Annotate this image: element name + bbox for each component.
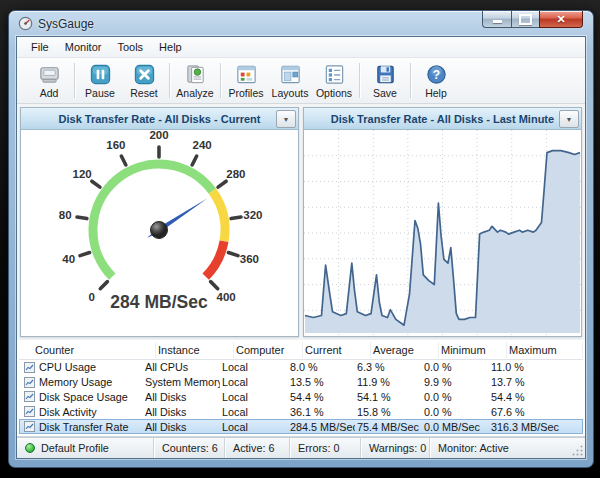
- chevron-down-icon: ▼: [283, 116, 290, 123]
- options-button[interactable]: Options: [312, 60, 356, 101]
- save-button[interactable]: Save: [363, 60, 407, 101]
- pause-button[interactable]: Pause: [78, 60, 122, 101]
- column-header-current[interactable]: Current: [303, 342, 371, 358]
- table-row[interactable]: Disk Space UsageAll DisksLocal54.4 %54.1…: [19, 390, 583, 405]
- column-header-instance[interactable]: Instance: [156, 342, 234, 358]
- counter-chart-icon: [19, 421, 37, 432]
- counter-chart-icon: [19, 391, 37, 402]
- monitor-active-icon: [25, 443, 35, 453]
- add-counter-icon: [38, 63, 61, 86]
- reset-button[interactable]: Reset: [122, 60, 166, 101]
- table-row[interactable]: Disk ActivityAll DisksLocal36.1 %15.8 %0…: [19, 404, 583, 419]
- svg-text:0: 0: [89, 291, 95, 303]
- gauge-panel-dropdown-button[interactable]: ▼: [276, 110, 296, 128]
- tool-label: Profiles: [228, 87, 263, 99]
- svg-text:120: 120: [73, 168, 92, 180]
- counter-chart-icon: [19, 362, 37, 373]
- table-row[interactable]: CPU UsageAll CPUsLocal8.0 %6.3 %0.0 %11.…: [19, 360, 583, 375]
- chart-panel-dropdown-button[interactable]: ▼: [559, 110, 579, 128]
- disk-transfer-history-chart: [304, 130, 581, 336]
- status-bar: Default Profile Counters: 6 Active: 6 Er…: [17, 437, 585, 458]
- chart-panel: Disk Transfer Rate - All Disks - Last Mi…: [303, 107, 582, 337]
- disk-transfer-gauge: 04080120160200240280320360400284 MB/Sec: [21, 130, 298, 336]
- close-button[interactable]: ✕: [539, 11, 583, 28]
- table-row[interactable]: Memory UsageSystem MemoryLocal13.5 %11.9…: [19, 375, 583, 390]
- toolbar-separator: [74, 63, 75, 98]
- menu-tools[interactable]: Tools: [109, 39, 151, 55]
- svg-text:?: ?: [432, 67, 439, 81]
- column-header-average[interactable]: Average: [371, 342, 439, 358]
- table-cell: 36.1 %: [288, 406, 355, 418]
- table-cell: 11.0 %: [489, 361, 583, 373]
- svg-text:240: 240: [193, 139, 212, 151]
- profiles-button[interactable]: Profiles: [224, 60, 268, 101]
- tool-label: Reset: [130, 87, 157, 99]
- table-cell: 13.7 %: [489, 376, 583, 388]
- status-profile-label: Default Profile: [41, 442, 109, 454]
- svg-text:284 MB/Sec: 284 MB/Sec: [110, 292, 208, 312]
- status-errors: Errors: 0: [290, 438, 361, 458]
- add-button[interactable]: Add: [27, 60, 71, 101]
- gauge-panel: Disk Transfer Rate - All Disks - Current…: [20, 107, 299, 337]
- desktop: { "window": { "title": "SysGauge", "capt…: [0, 0, 600, 478]
- table-cell: Memory Usage: [37, 376, 143, 388]
- profiles-icon: [235, 63, 258, 86]
- minimize-button[interactable]: [482, 11, 511, 28]
- menu-file[interactable]: File: [23, 39, 57, 55]
- column-header-counter[interactable]: Counter: [19, 342, 156, 358]
- table-cell: 13.5 %: [288, 376, 355, 388]
- table-cell: All Disks: [143, 391, 220, 403]
- chart-panel-title: Disk Transfer Rate - All Disks - Last Mi…: [331, 113, 554, 125]
- maximize-icon: [519, 14, 532, 25]
- layouts-button[interactable]: Layouts: [268, 60, 312, 101]
- svg-text:400: 400: [217, 291, 236, 303]
- table-cell: Disk Space Usage: [37, 391, 143, 403]
- analyze-button[interactable]: Analyze: [173, 60, 217, 101]
- menu-monitor[interactable]: Monitor: [57, 39, 110, 55]
- tool-label: Help: [425, 87, 447, 99]
- maximize-button[interactable]: [511, 11, 539, 28]
- status-warnings: Warnings: 0: [361, 438, 430, 458]
- table-cell: All Disks: [143, 421, 220, 433]
- options-icon: [323, 63, 346, 86]
- resize-grip[interactable]: [571, 444, 584, 457]
- table-cell: 6.3 %: [355, 361, 422, 373]
- table-cell: System Memory: [143, 376, 220, 388]
- table-cell: 11.9 %: [355, 376, 422, 388]
- table-cell: All Disks: [143, 406, 220, 418]
- status-counters: Counters: 6: [154, 438, 225, 458]
- table-cell: 284.5 MB/Sec: [288, 421, 355, 433]
- tool-label: Add: [40, 87, 59, 99]
- title-bar[interactable]: SysGauge ✕: [9, 11, 593, 36]
- table-cell: Local: [220, 361, 288, 373]
- window-title: SysGauge: [38, 17, 94, 31]
- menu-bar: File Monitor Tools Help: [17, 37, 585, 58]
- svg-text:80: 80: [59, 209, 72, 221]
- table-cell: 0.0 %: [422, 406, 489, 418]
- status-active: Active: 6: [225, 438, 290, 458]
- toolbar-separator: [169, 63, 170, 98]
- help-icon: ?: [425, 63, 448, 86]
- status-profile: Default Profile: [17, 438, 154, 458]
- toolbar: Add Pause Reset: [17, 58, 585, 104]
- table-cell: 9.9 %: [422, 376, 489, 388]
- app-gauge-icon: [18, 16, 33, 31]
- table-row[interactable]: Disk Transfer RateAll DisksLocal284.5 MB…: [19, 419, 583, 434]
- gauge-panel-body: 04080120160200240280320360400284 MB/Sec: [21, 130, 298, 336]
- table-cell: 0.0 %: [422, 361, 489, 373]
- table-cell: 54.1 %: [355, 391, 422, 403]
- app-window: SysGauge ✕ File Monitor Tools Help Add: [8, 10, 594, 468]
- layouts-icon: [279, 63, 302, 86]
- table-cell: 8.0 %: [288, 361, 355, 373]
- table-cell: Local: [220, 406, 288, 418]
- chart-panel-body: [304, 130, 581, 336]
- column-header-computer[interactable]: Computer: [234, 342, 303, 358]
- table-cell: 316.3 MB/Sec: [489, 421, 583, 433]
- toolbar-separator: [410, 63, 411, 98]
- column-header-minimum[interactable]: Minimum: [439, 342, 507, 358]
- gauge-panel-title: Disk Transfer Rate - All Disks - Current: [59, 113, 261, 125]
- tool-label: Options: [316, 87, 352, 99]
- menu-help[interactable]: Help: [151, 39, 190, 55]
- help-button[interactable]: ? Help: [414, 60, 458, 101]
- column-header-maximum[interactable]: Maximum: [507, 342, 583, 358]
